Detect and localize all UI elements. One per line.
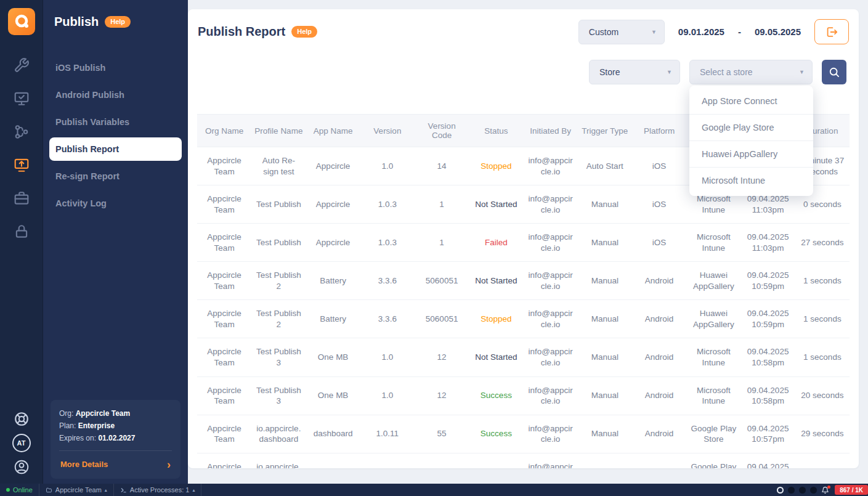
team-icon: [46, 487, 52, 494]
publish-icon[interactable]: [14, 157, 30, 173]
cell-status: Not Started: [469, 453, 523, 468]
export-button[interactable]: [814, 19, 849, 44]
cell-started: 09.04.2025 10:57pm: [741, 415, 795, 453]
table-row[interactable]: Appcircle TeamTest Publish 3One MB1.012S…: [197, 376, 850, 415]
search-icon: [828, 66, 840, 78]
org-info-box: Org: Appcircle Team Plan: Enterprise Exp…: [51, 400, 180, 479]
sidebar-item-publish-report[interactable]: Publish Report: [49, 137, 182, 161]
table-row[interactable]: Appcircle Teamio.appcircle.dashboarddash…: [197, 453, 850, 468]
plan-line: Plan: Enterprise: [59, 420, 172, 432]
help-globe-icon[interactable]: [14, 411, 30, 427]
cell-platform: iOS: [632, 147, 686, 185]
table-row[interactable]: Appcircle TeamTest Publish 2Battery3.3.6…: [197, 300, 850, 338]
cell-trigger: Manual: [578, 376, 632, 415]
store-icon[interactable]: [14, 190, 30, 206]
cell-profile: Auto Re-sign test: [251, 147, 306, 185]
status-text: Not Started: [475, 468, 517, 468]
cell-duration: 1 seconds: [795, 453, 850, 468]
sidebar-item-ios-publish[interactable]: iOS Publish: [49, 56, 182, 79]
team-switcher[interactable]: Appcircle Team ▴: [39, 484, 114, 496]
store-select[interactable]: Select a store ▼: [689, 60, 813, 84]
cell-initiated: info@appcircle.io: [524, 185, 578, 224]
header-help-badge[interactable]: Help: [291, 26, 317, 37]
build-icon[interactable]: [14, 57, 30, 73]
indicator-ring-icon[interactable]: [777, 487, 784, 494]
cell-profile: Test Publish: [251, 224, 306, 262]
sidebar-help-badge[interactable]: Help: [105, 16, 131, 27]
indicator-dot-icon[interactable]: [810, 487, 817, 494]
date-range-select[interactable]: Custom ▼: [578, 20, 665, 44]
notification-dot-icon: [827, 486, 830, 489]
chevron-down-icon: ▼: [651, 29, 657, 35]
cell-store: Microsoft Intune: [686, 224, 740, 262]
sidebar-item-re-sign-report[interactable]: Re-sign Report: [49, 165, 182, 188]
notifications-bell[interactable]: [821, 486, 829, 494]
flow-icon[interactable]: [14, 124, 30, 140]
cell-platform: Android: [632, 338, 686, 376]
appcircle-logo[interactable]: [8, 8, 35, 35]
sidebar-item-android-publish[interactable]: Android Publish: [49, 83, 182, 107]
indicator-dot-icon[interactable]: [788, 487, 795, 494]
expires-line: Expires on: 01.02.2027: [59, 432, 172, 444]
sidebar-item-activity-log[interactable]: Activity Log: [49, 192, 182, 215]
search-button[interactable]: [822, 60, 846, 84]
cell-duration: 1 seconds: [795, 262, 850, 300]
cell-profile: io.appcircle.dashboard: [251, 415, 306, 453]
cell-started: 09.04.2025 10:59pm: [741, 262, 795, 300]
more-details-link[interactable]: More Details ›: [59, 451, 172, 479]
cell-org: Appcircle Team: [197, 300, 251, 338]
table-row[interactable]: Appcircle TeamTest Publish 3One MB1.012N…: [197, 338, 850, 376]
cell-trigger: Manual: [578, 262, 632, 300]
cell-started: 09.04.2025 10:56pm: [741, 453, 795, 468]
indicator-dot-icon[interactable]: [799, 487, 806, 494]
filter-type-select[interactable]: Store ▼: [589, 60, 680, 84]
expires-value: 01.02.2027: [98, 434, 135, 442]
store-option[interactable]: App Store Connect: [689, 88, 813, 115]
plan-value: Enterprise: [78, 421, 115, 430]
column-header: Trigger Type: [578, 115, 632, 147]
sidebar-item-publish-variables[interactable]: Publish Variables: [49, 110, 182, 134]
cell-app: Appcircle: [306, 147, 360, 185]
cell-code: 5060051: [415, 300, 469, 338]
usage-badge[interactable]: 867 / 1K: [835, 485, 868, 495]
processes-icon: [120, 487, 127, 494]
cell-initiated: info@appcircle.io: [524, 224, 578, 262]
testing-distribution-icon[interactable]: [14, 91, 30, 107]
store-option[interactable]: Google Play Store: [689, 115, 813, 141]
table-row[interactable]: Appcircle TeamTest PublishAppcircle1.0.3…: [197, 224, 850, 262]
header-controls: Custom ▼ 09.01.2025 - 09.05.2025: [578, 19, 849, 44]
status-text: Success: [481, 391, 512, 400]
cell-trigger: Manual: [578, 185, 632, 224]
cell-platform: iOS: [632, 185, 686, 224]
cell-trigger: Manual: [578, 338, 632, 376]
cell-code: 55: [415, 453, 469, 468]
active-processes[interactable]: Active Processes: 1 ▴: [114, 484, 202, 496]
table-row[interactable]: Appcircle TeamTest Publish 2Battery3.3.6…: [197, 262, 850, 300]
date-from[interactable]: 09.01.2025: [678, 26, 724, 37]
column-header: Org Name: [197, 115, 251, 147]
cell-trigger: Manual: [578, 300, 632, 338]
statusbar-right: 867 / 1K: [777, 485, 868, 495]
page-title: Publish Report: [198, 25, 285, 39]
cell-store: Huawei AppGallery: [686, 300, 740, 338]
store-option[interactable]: Huawei AppGallery: [689, 141, 813, 168]
cell-status: Stopped: [469, 147, 523, 185]
cell-started: 09.04.2025 10:58pm: [741, 376, 795, 415]
table-row[interactable]: Appcircle Teamio.appcircle.dashboarddash…: [197, 415, 850, 453]
store-picker: Select a store ▼ App Store ConnectGoogle…: [689, 60, 813, 84]
cell-app: Battery: [306, 300, 360, 338]
avatar[interactable]: AT: [12, 434, 31, 452]
cell-initiated: info@appcircle.io: [524, 300, 578, 338]
date-to[interactable]: 09.05.2025: [755, 26, 801, 37]
cell-initiated: info@appcircle.io: [524, 147, 578, 185]
column-header: Version: [360, 115, 415, 147]
cell-app: One MB: [306, 338, 360, 376]
cell-version: 1.0.3: [360, 185, 415, 224]
security-lock-icon[interactable]: [14, 224, 30, 240]
cell-profile: io.appcircle.dashboard: [251, 453, 306, 468]
profile-icon[interactable]: [14, 459, 30, 475]
cell-version: 1.0: [360, 376, 415, 415]
cell-profile: Test Publish 2: [251, 262, 306, 300]
store-option[interactable]: Microsoft Intune: [689, 168, 813, 193]
cell-org: Appcircle Team: [197, 453, 251, 468]
